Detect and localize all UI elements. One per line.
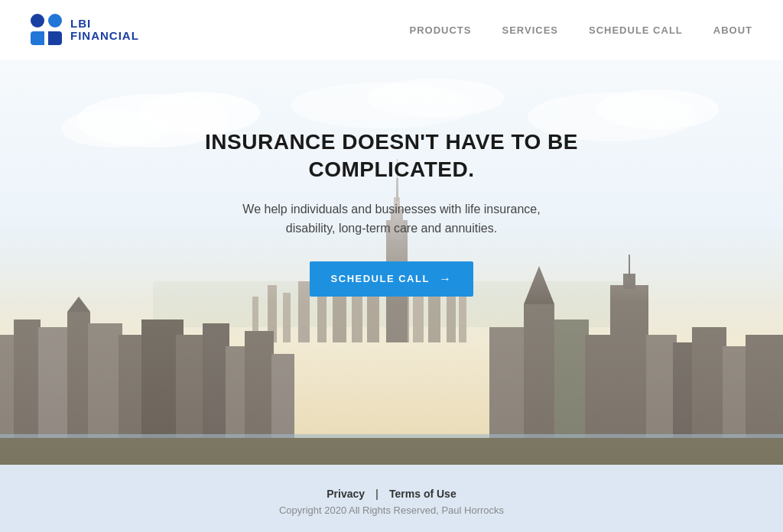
logo-sub: FINANCIAL	[70, 30, 139, 43]
hero-subtitle: We help individuals and businesses with …	[227, 200, 556, 238]
cta-label: SCHEDULE CALL	[331, 273, 430, 284]
logo-dot-tl	[31, 14, 44, 28]
nav-item-schedule-call[interactable]: SCHEDULE CALL	[589, 24, 683, 36]
footer: Privacy | Terms of Use Copyright 2020 Al…	[0, 465, 783, 532]
footer-links: Privacy | Terms of Use	[327, 488, 456, 500]
logo-icon	[31, 14, 63, 46]
nav-item-services[interactable]: SERVICES	[502, 24, 558, 36]
logo-dot-tr	[48, 14, 62, 28]
header: LBI FINANCIAL PRODUCTS SERVICES SCHEDULE…	[0, 0, 783, 60]
footer-terms-link[interactable]: Terms of Use	[389, 488, 456, 500]
footer-privacy-link[interactable]: Privacy	[327, 488, 365, 500]
logo-brand: LBI	[70, 18, 139, 31]
footer-copyright: Copyright 2020 All Rights Reserved, Paul…	[279, 504, 504, 516]
hero-section: INSURANCE DOESN'T HAVE TO BE COMPLICATED…	[0, 60, 783, 465]
hero-content: INSURANCE DOESN'T HAVE TO BE COMPLICATED…	[0, 60, 783, 297]
nav-item-about[interactable]: ABOUT	[713, 24, 752, 36]
nav-item-products[interactable]: PRODUCTS	[410, 24, 472, 36]
hero-title: INSURANCE DOESN'T HAVE TO BE COMPLICATED…	[124, 128, 659, 184]
main-nav: PRODUCTS SERVICES SCHEDULE CALL ABOUT	[410, 24, 752, 36]
cta-arrow-icon: →	[439, 272, 453, 286]
logo-dot-br	[48, 31, 62, 45]
logo: LBI FINANCIAL	[31, 14, 139, 46]
schedule-call-cta-button[interactable]: SCHEDULE CALL →	[310, 261, 474, 297]
logo-dot-bl	[31, 31, 44, 45]
logo-text: LBI FINANCIAL	[70, 18, 139, 43]
footer-divider: |	[375, 488, 379, 500]
